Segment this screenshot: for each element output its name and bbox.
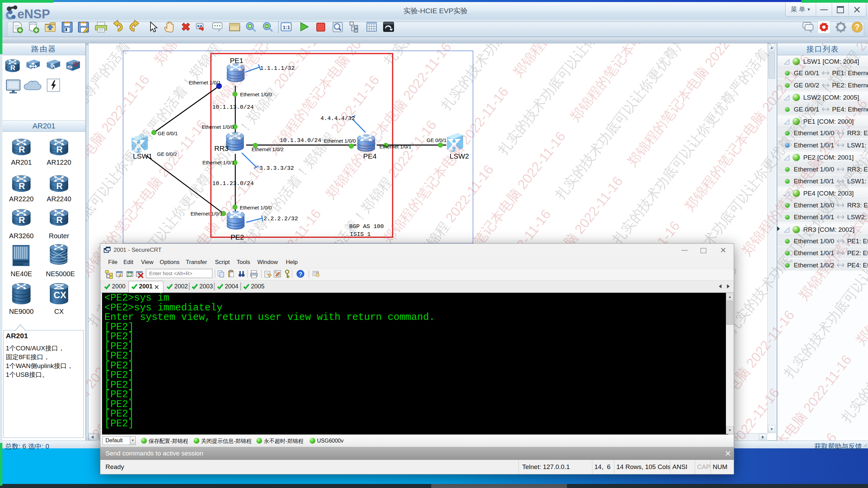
svg-text:Enter host <Alt+R>: Enter host <Alt+R> — [149, 270, 192, 276]
svg-text:?: ? — [855, 23, 860, 32]
svg-text:CX: CX — [54, 290, 66, 300]
svg-text:eNSP: eNSP — [17, 7, 50, 21]
svg-text:?: ? — [299, 271, 302, 278]
svg-text:1:1: 1:1 — [283, 24, 290, 30]
